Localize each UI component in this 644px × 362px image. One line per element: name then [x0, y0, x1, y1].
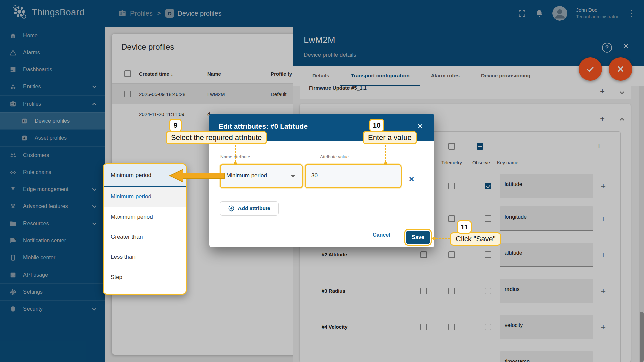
attribute-value-label: Attribute value: [320, 154, 349, 159]
step-11-connector: [436, 238, 450, 239]
step-11-label: Click "Save": [450, 232, 501, 246]
dropdown-option-less-than[interactable]: Less than: [104, 247, 186, 267]
step-11-badge: 11: [457, 220, 472, 234]
dialog-title: Edit attributes: #0 Latitude: [219, 122, 308, 130]
add-attribute-button[interactable]: Add attribute: [220, 201, 279, 216]
add-attribute-label: Add attribute: [238, 205, 270, 212]
dropdown-option-minimum-period[interactable]: Minimum period: [104, 187, 186, 207]
step-11-dot: [432, 237, 436, 240]
step-10-badge: 10: [369, 119, 384, 132]
step-9-badge: 9: [169, 119, 182, 132]
step-9-dot: [234, 162, 237, 165]
attribute-value-input[interactable]: 30: [305, 164, 402, 188]
save-button[interactable]: Save: [406, 231, 430, 244]
dropdown-option-greater-than[interactable]: Greater than: [104, 227, 186, 247]
step-10-label: Enter a value: [363, 131, 417, 144]
step-9-connector: [235, 145, 236, 162]
remove-attribute-icon[interactable]: ×: [409, 175, 414, 183]
step-9-label: Select the required attribute: [166, 131, 267, 144]
cancel-button[interactable]: Cancel: [373, 232, 390, 238]
tutorial-arrow: [168, 166, 235, 186]
step-10-connector: [385, 145, 386, 162]
attribute-value-text: 30: [311, 172, 318, 179]
save-button-highlight: Save: [404, 229, 432, 246]
plus-circle-icon: [228, 205, 235, 212]
chevron-down-icon: [291, 175, 295, 178]
dropdown-option-step[interactable]: Step: [104, 267, 186, 287]
dialog-close-icon[interactable]: ×: [417, 122, 423, 131]
step-10-dot: [384, 162, 387, 165]
dropdown-option-maximum-period[interactable]: Maximum period: [104, 207, 186, 227]
